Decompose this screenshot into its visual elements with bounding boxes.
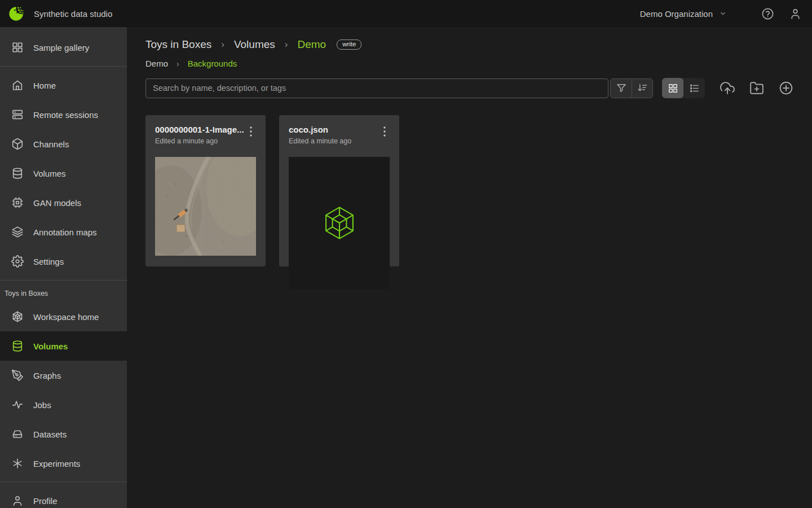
upload-icon[interactable] [713, 81, 742, 95]
workspace-section-label: Toys in Boxes [0, 284, 127, 302]
breadcrumb-separator: › [285, 39, 288, 50]
breadcrumb-separator: › [221, 39, 224, 50]
file-edited-time: Edited a minute ago [155, 137, 244, 145]
add-icon[interactable] [771, 81, 801, 95]
sidebar-item-label: Settings [33, 257, 64, 266]
pen-tool-icon [11, 369, 24, 382]
file-card-grid: 0000000001-1-Image.... Edited a minute a… [145, 115, 801, 266]
layers-icon [11, 226, 24, 238]
sidebar-item-label: Profile [33, 496, 58, 506]
breadcrumb-workspace[interactable]: Toys in Boxes [145, 38, 211, 51]
sidebar-divider [0, 280, 127, 281]
file-name: 0000000001-1-Image.... [155, 125, 244, 134]
box-icon [11, 138, 24, 150]
breadcrumb-volumes[interactable]: Volumes [234, 38, 275, 51]
sidebar: Sample gallery Home Remote sessions Chan… [0, 27, 127, 508]
folder-breadcrumb: Demo › Backgrounds [145, 59, 801, 68]
json-thumbnail [289, 157, 390, 289]
user-profile-icon[interactable] [789, 7, 802, 20]
file-card-image[interactable]: 0000000001-1-Image.... Edited a minute a… [145, 115, 266, 266]
sidebar-item-volumes[interactable]: Volumes [0, 159, 127, 188]
sidebar-item-gan-models[interactable]: GAN models [0, 188, 127, 217]
topbar: Synthetic data studio Demo Organization [0, 0, 812, 27]
permission-badge: write [337, 40, 361, 50]
help-icon[interactable] [761, 7, 774, 20]
search-group [145, 78, 653, 98]
main-content: Toys in Boxes › Volumes › Demo write Dem… [127, 27, 812, 508]
sidebar-item-datasets[interactable]: Datasets [0, 419, 127, 449]
server-icon [11, 108, 24, 121]
hard-drive-icon [11, 428, 24, 440]
sidebar-item-annotation-maps[interactable]: Annotation maps [0, 217, 127, 247]
brand: Synthetic data studio [8, 5, 112, 22]
view-toggle [662, 78, 705, 98]
person-icon [11, 494, 24, 507]
card-header: 0000000001-1-Image.... Edited a minute a… [155, 125, 256, 145]
breadcrumb: Toys in Boxes › Volumes › Demo write [145, 38, 801, 51]
activity-icon [11, 398, 24, 411]
app-title: Synthetic data studio [34, 9, 112, 19]
nested-cube-icon [11, 310, 24, 323]
database-icon [11, 340, 24, 352]
grid-view-button[interactable] [662, 78, 683, 98]
kebab-menu-icon[interactable] [246, 125, 256, 138]
sidebar-item-label: Remote sessions [33, 110, 98, 120]
new-folder-icon[interactable] [742, 81, 771, 95]
organization-name: Demo Organization [640, 9, 713, 19]
folder-breadcrumb-root[interactable]: Demo [145, 59, 168, 68]
sidebar-item-settings[interactable]: Settings [0, 247, 127, 276]
toolbar [145, 78, 801, 98]
app-logo-icon[interactable] [8, 5, 25, 22]
chevron-down-icon [718, 9, 727, 18]
sidebar-divider [0, 66, 127, 67]
search-input[interactable] [145, 78, 608, 98]
kebab-menu-icon[interactable] [379, 125, 390, 138]
filter-button[interactable] [611, 79, 632, 98]
sidebar-item-profile[interactable]: Profile [0, 486, 127, 508]
image-thumbnail [155, 157, 256, 256]
sidebar-item-label: Datasets [33, 430, 67, 439]
sidebar-item-label: Jobs [33, 400, 51, 410]
chip-icon [11, 196, 24, 209]
sidebar-item-home[interactable]: Home [0, 71, 127, 100]
folder-breadcrumb-current[interactable]: Backgrounds [188, 59, 237, 68]
gear-icon [11, 255, 24, 268]
sidebar-item-graphs[interactable]: Graphs [0, 361, 127, 390]
sidebar-item-label: Graphs [33, 371, 61, 380]
breadcrumb-current-volume[interactable]: Demo [297, 38, 326, 51]
file-edited-time: Edited a minute ago [289, 137, 377, 145]
sidebar-item-experiments[interactable]: Experiments [0, 449, 127, 478]
home-icon [11, 79, 24, 91]
sidebar-item-label: Experiments [33, 459, 80, 468]
sidebar-divider [0, 481, 127, 482]
sort-button[interactable] [632, 79, 652, 98]
file-card-coco-json[interactable]: coco.json Edited a minute ago [279, 115, 399, 266]
database-icon [11, 167, 24, 179]
sidebar-item-remote-sessions[interactable]: Remote sessions [0, 100, 127, 129]
sidebar-item-label: GAN models [33, 198, 81, 208]
sidebar-item-label: Workspace home [33, 312, 99, 322]
breadcrumb-separator: › [176, 59, 179, 68]
asterisk-icon [11, 457, 24, 470]
sidebar-item-label: Home [33, 81, 56, 90]
nested-cube-icon [320, 204, 359, 242]
sidebar-item-workspace-home[interactable]: Workspace home [0, 302, 127, 331]
file-name: coco.json [289, 125, 377, 134]
card-header: coco.json Edited a minute ago [289, 125, 390, 145]
organization-switcher[interactable]: Demo Organization [640, 9, 727, 19]
sidebar-item-volumes-workspace[interactable]: Volumes [0, 331, 127, 361]
filter-sort-group [610, 78, 653, 98]
grid-icon [11, 41, 24, 54]
sidebar-item-label: Volumes [33, 341, 68, 351]
sidebar-item-label: Channels [33, 139, 69, 149]
sidebar-item-channels[interactable]: Channels [0, 129, 127, 159]
sidebar-item-label: Annotation maps [33, 227, 97, 237]
sidebar-item-label: Sample gallery [33, 43, 89, 52]
toolbar-actions [713, 81, 801, 95]
sidebar-item-label: Volumes [33, 169, 66, 178]
list-view-button[interactable] [683, 78, 705, 98]
sidebar-item-jobs[interactable]: Jobs [0, 390, 127, 419]
sidebar-item-sample-gallery[interactable]: Sample gallery [0, 33, 127, 62]
